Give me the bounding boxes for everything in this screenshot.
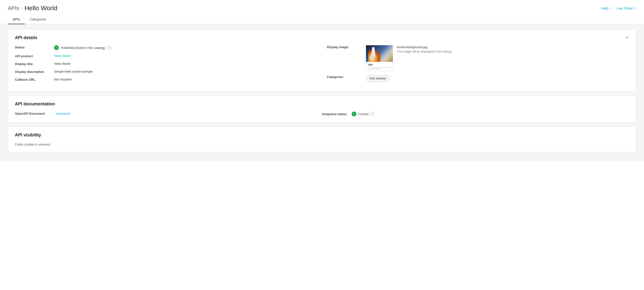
display-title-row: Display title Hello World xyxy=(15,62,317,66)
api-details-title: API details xyxy=(15,35,38,40)
openapi-label: OpenAPI Document xyxy=(15,112,54,115)
callback-url-label: Callback URL xyxy=(15,78,54,81)
breadcrumb-apis-label[interactable]: APIs xyxy=(8,5,19,12)
api-details-header-row: API details ✏ xyxy=(15,35,629,45)
image-preview-container: API xyxy=(366,45,393,71)
live-portal-link[interactable]: Live Portal ↗ xyxy=(617,6,636,10)
tab-apis[interactable]: APIs xyxy=(8,15,25,24)
snapshot-status: ✓ Current ? xyxy=(352,112,374,116)
doc-card-body: OpenAPI Document helloworld Snapshot sta… xyxy=(15,112,629,116)
api-details-body: Status ✓ Published (listed in the catalo… xyxy=(15,45,629,85)
api-card-line-1 xyxy=(368,67,391,68)
status-check-icon: ✓ xyxy=(54,45,59,50)
snapshot-label: Snapshot status xyxy=(322,112,347,116)
snapshot-value: Current xyxy=(358,112,368,116)
api-documentation-title: API documentation xyxy=(15,102,629,107)
api-card-label: API xyxy=(368,63,391,66)
tab-categories[interactable]: Categories xyxy=(25,15,51,24)
external-link-icon-2: ↗ xyxy=(634,7,636,10)
display-description-value: Simple hello world example xyxy=(54,70,317,73)
api-card-lines xyxy=(368,67,391,70)
api-details-card: API details ✏ Status ✓ Published (listed… xyxy=(8,29,636,91)
api-card-line-2 xyxy=(368,69,382,70)
status-row: Status ✓ Published (listed in the catalo… xyxy=(15,45,317,50)
snapshot-check-icon: ✓ xyxy=(352,112,356,116)
callback-url-row: Callback URL Not required xyxy=(15,78,317,81)
api-details-left: Status ✓ Published (listed in the catalo… xyxy=(15,45,317,85)
image-meta: home-background.jpg This image will be d… xyxy=(397,45,452,53)
display-title-label: Display title xyxy=(15,62,54,66)
display-description-row: Display description Simple hello world e… xyxy=(15,70,317,74)
visibility-value: Public (visible to anyone) xyxy=(15,143,629,146)
display-description-label: Display description xyxy=(15,70,54,74)
display-image-section: Display image API xyxy=(327,45,629,71)
tab-apis-label: APIs xyxy=(13,17,20,21)
api-visibility-title: API visibility xyxy=(15,133,629,138)
status-value-row: ✓ Published (listed in the catalog) ? xyxy=(54,45,112,50)
status-help-icon[interactable]: ? xyxy=(107,46,112,50)
api-product-value[interactable]: Hello World xyxy=(54,54,317,58)
external-link-icon: ↗ xyxy=(609,7,612,10)
breadcrumb-current: Hello World xyxy=(24,5,57,12)
live-portal-link-label: Live Portal xyxy=(617,6,633,10)
main-content: API details ✏ Status ✓ Published (listed… xyxy=(0,24,644,161)
status-value: Published (listed in the catalog) xyxy=(61,46,105,50)
display-image-content: API home-background.jpg This image will … xyxy=(366,45,452,71)
api-documentation-card: API documentation OpenAPI Document hello… xyxy=(8,95,636,123)
api-product-label: API product xyxy=(15,54,54,58)
help-link[interactable]: Help ↗ xyxy=(601,6,612,10)
edit-icon[interactable]: ✏ xyxy=(626,35,629,40)
display-title-value: Hello World xyxy=(54,62,317,66)
tabs-bar: APIs Categories xyxy=(0,15,644,24)
api-visibility-card: API visibility Public (visible to anyone… xyxy=(8,126,636,152)
tab-categories-label: Categories xyxy=(30,17,46,21)
help-link-label: Help xyxy=(601,6,608,10)
breadcrumb: APIs › Hello World xyxy=(8,5,57,12)
doc-left: OpenAPI Document helloworld xyxy=(15,112,322,115)
api-details-right: Display image API xyxy=(327,45,629,85)
callback-url-value: Not required xyxy=(54,78,317,81)
image-hint: This image will be displayed in the cata… xyxy=(397,50,452,53)
image-filename: home-background.jpg xyxy=(397,45,452,49)
api-product-row: API product Hello World xyxy=(15,54,317,58)
categories-label: Categories xyxy=(327,75,366,79)
breadcrumb-separator: › xyxy=(21,6,22,11)
top-links: Help ↗ Live Portal ↗ xyxy=(601,6,636,10)
top-header: APIs › Hello World Help ↗ Live Portal ↗ xyxy=(0,0,644,15)
page-wrapper: APIs › Hello World Help ↗ Live Portal ↗ … xyxy=(0,0,644,290)
doc-right: Snapshot status ✓ Current ? xyxy=(322,112,629,116)
snapshot-help-icon[interactable]: ? xyxy=(370,112,374,116)
display-image-label: Display image xyxy=(327,45,366,49)
category-tag[interactable]: Get Started xyxy=(366,75,390,82)
rocket-image xyxy=(366,45,393,62)
status-label: Status xyxy=(15,45,54,49)
api-card-preview: API xyxy=(366,62,393,71)
openapi-value[interactable]: helloworld xyxy=(56,112,322,115)
categories-section: Categories Get Started xyxy=(327,75,629,82)
